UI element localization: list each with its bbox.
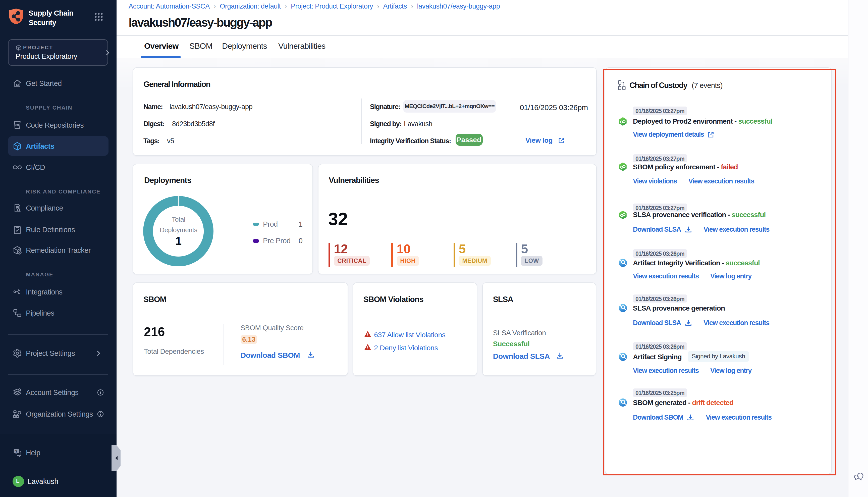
svg-text:?: ? xyxy=(15,449,18,453)
